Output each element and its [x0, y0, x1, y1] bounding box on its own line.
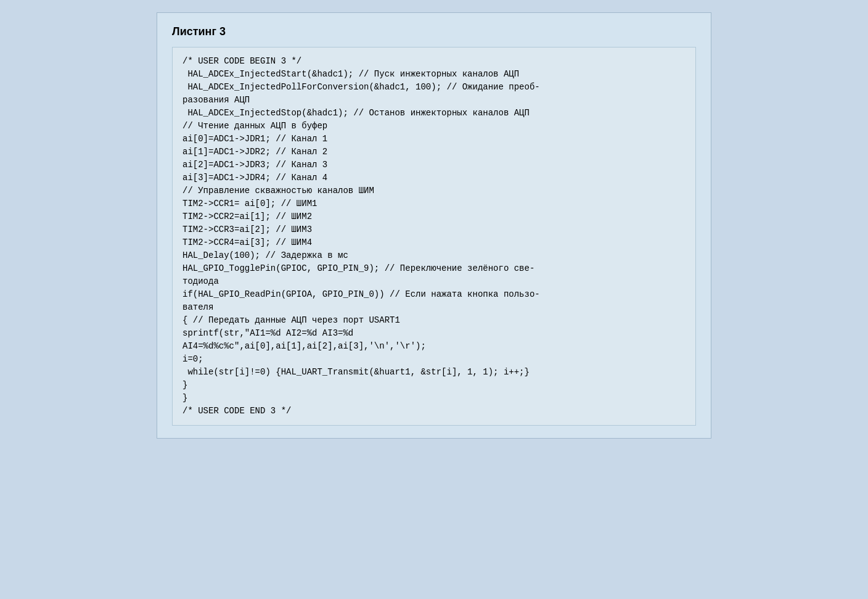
- listing-title: Листинг 3: [172, 25, 696, 38]
- listing-container: Листинг 3 /* USER CODE BEGIN 3 */ HAL_AD…: [157, 12, 711, 439]
- code-block: /* USER CODE BEGIN 3 */ HAL_ADCEx_Inject…: [172, 47, 696, 426]
